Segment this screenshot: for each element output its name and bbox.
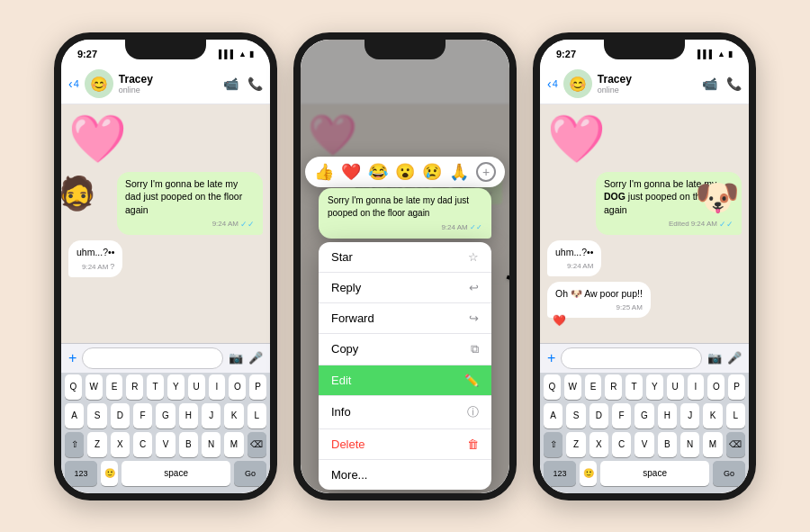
key-h[interactable]: H (179, 403, 198, 428)
key-backspace[interactable]: ⌫ (248, 432, 266, 457)
menu-delete[interactable]: Delete 🗑 (319, 429, 491, 460)
key-rc[interactable]: C (612, 432, 631, 457)
video-icon-left[interactable]: 📹 (223, 77, 238, 91)
message-input-left[interactable] (82, 347, 223, 369)
key-rbs[interactable]: ⌫ (726, 432, 745, 457)
key-123[interactable]: 123 (65, 461, 97, 486)
react-more[interactable]: + (476, 162, 496, 182)
header-actions-right[interactable]: 📹 📞 (702, 77, 742, 91)
key-rgo[interactable]: Go (713, 461, 745, 486)
menu-edit[interactable]: Edit ✏️ (319, 365, 491, 396)
key-t[interactable]: T (147, 374, 164, 400)
key-w[interactable]: W (86, 374, 103, 400)
menu-copy[interactable]: Copy ⧉ (319, 334, 491, 365)
react-laugh[interactable]: 😂 (368, 162, 388, 182)
key-rn[interactable]: N (680, 432, 699, 457)
key-ry[interactable]: Y (646, 374, 663, 400)
key-ri[interactable]: I (688, 374, 705, 400)
sticker-msg-right: 🩷 (547, 112, 742, 167)
header-actions-left[interactable]: 📹 📞 (223, 77, 263, 91)
key-g[interactable]: G (156, 403, 175, 428)
key-o[interactable]: O (229, 374, 246, 400)
key-e[interactable]: E (106, 374, 123, 400)
key-rb[interactable]: B (658, 432, 677, 457)
key-l[interactable]: L (248, 403, 266, 428)
react-sad[interactable]: 😢 (422, 162, 442, 182)
menu-more-label: More... (331, 468, 367, 482)
key-rt[interactable]: T (626, 374, 643, 400)
key-y[interactable]: Y (167, 374, 184, 400)
react-wow[interactable]: 😮 (395, 162, 415, 182)
video-icon-right[interactable]: 📹 (702, 77, 717, 91)
key-c[interactable]: C (133, 432, 152, 457)
key-ro[interactable]: O (707, 374, 724, 400)
key-rm[interactable]: M (703, 432, 722, 457)
key-ru[interactable]: U (667, 374, 684, 400)
menu-reply[interactable]: Reply ↩ (319, 273, 491, 303)
key-b[interactable]: B (179, 432, 198, 457)
key-rq[interactable]: Q (544, 374, 561, 400)
react-thumbsup[interactable]: 👍 (314, 162, 334, 182)
call-icon-right[interactable]: 📞 (726, 77, 742, 91)
cam-icon-left[interactable]: 📷 (229, 351, 243, 365)
key-rh[interactable]: H (658, 403, 677, 428)
key-rk[interactable]: K (703, 403, 722, 428)
mic-icon-right[interactable]: 🎤 (727, 351, 742, 365)
key-rd[interactable]: D (590, 403, 608, 428)
key-rv[interactable]: V (634, 432, 653, 457)
key-p[interactable]: P (249, 374, 266, 400)
key-m[interactable]: M (224, 432, 243, 457)
message-input-right[interactable] (561, 347, 702, 369)
key-f[interactable]: F (133, 403, 152, 428)
key-d[interactable]: D (111, 403, 130, 428)
key-z[interactable]: Z (87, 432, 106, 457)
key-s[interactable]: S (87, 403, 106, 428)
key-go[interactable]: Go (234, 461, 266, 486)
menu-more[interactable]: More... (319, 460, 491, 490)
key-emoji[interactable]: 🙂 (101, 461, 118, 486)
back-button-right[interactable]: ‹ 4 (547, 77, 558, 91)
call-icon-left[interactable]: 📞 (248, 77, 263, 91)
key-rs[interactable]: S (566, 403, 585, 428)
header-info-left: Tracey online (119, 73, 218, 95)
react-pray[interactable]: 🙏 (449, 162, 469, 182)
key-rg[interactable]: G (634, 403, 653, 428)
react-heart[interactable]: ❤️ (341, 162, 361, 182)
notch (125, 40, 206, 59)
key-q[interactable]: Q (65, 374, 82, 400)
key-r123[interactable]: 123 (544, 461, 576, 486)
menu-forward[interactable]: Forward ↪ (319, 303, 491, 334)
key-i[interactable]: I (209, 374, 226, 400)
key-space[interactable]: space (122, 461, 230, 486)
key-rshift[interactable]: ⇧ (544, 432, 562, 457)
key-rf[interactable]: F (612, 403, 631, 428)
notch-right (604, 40, 685, 59)
key-rj[interactable]: J (680, 403, 699, 428)
key-rspace[interactable]: space (600, 461, 708, 486)
menu-info[interactable]: Info ⓘ (319, 396, 491, 429)
key-ra[interactable]: A (544, 403, 562, 428)
key-rx[interactable]: X (590, 432, 608, 457)
plus-icon-right[interactable]: + (547, 350, 555, 366)
key-remoji[interactable]: 🙂 (580, 461, 597, 486)
menu-star[interactable]: Star ☆ (319, 242, 491, 273)
key-u[interactable]: U (188, 374, 205, 400)
mic-icon-left[interactable]: 🎤 (248, 351, 263, 365)
key-rz[interactable]: Z (566, 432, 585, 457)
key-a[interactable]: A (65, 403, 84, 428)
key-x[interactable]: X (111, 432, 130, 457)
key-rr[interactable]: R (605, 374, 622, 400)
key-k[interactable]: K (224, 403, 243, 428)
plus-icon-left[interactable]: + (68, 350, 76, 366)
key-shift[interactable]: ⇧ (65, 432, 84, 457)
key-rl[interactable]: L (726, 403, 745, 428)
key-j[interactable]: J (202, 403, 220, 428)
key-rp[interactable]: P (728, 374, 745, 400)
key-rw[interactable]: W (564, 374, 581, 400)
cam-icon-right[interactable]: 📷 (707, 351, 722, 365)
key-v[interactable]: V (156, 432, 175, 457)
key-re[interactable]: E (585, 374, 602, 400)
key-n[interactable]: N (202, 432, 220, 457)
back-button-left[interactable]: ‹ 4 (68, 77, 79, 91)
key-r[interactable]: R (126, 374, 143, 400)
